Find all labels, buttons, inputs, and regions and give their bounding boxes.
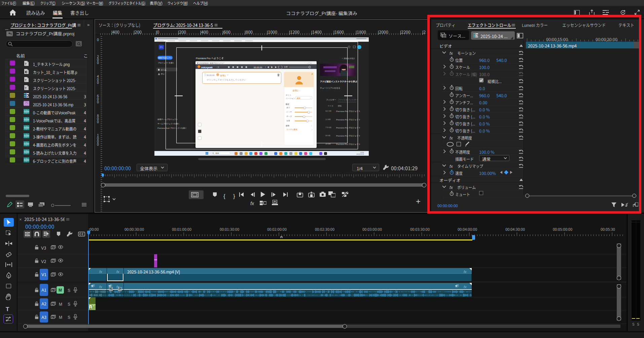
svg-text:?: ? bbox=[25, 62, 27, 66]
svg-text:?: ? bbox=[25, 86, 27, 90]
svg-text:?: ? bbox=[25, 78, 27, 82]
